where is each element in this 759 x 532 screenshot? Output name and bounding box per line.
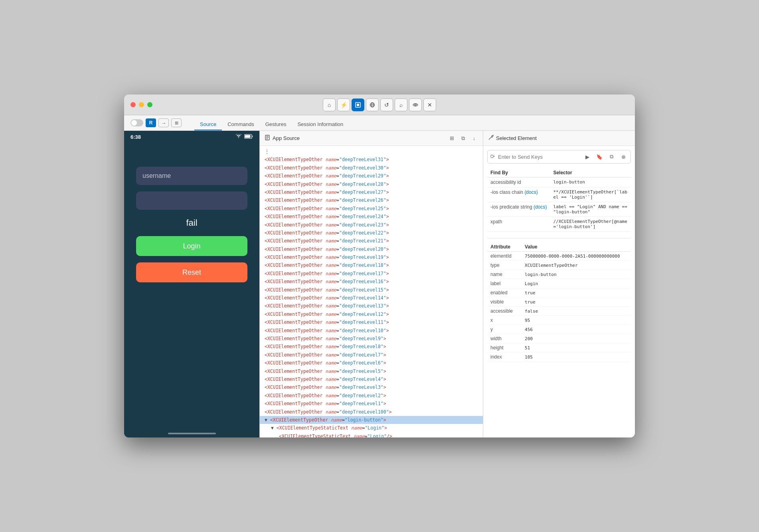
- xml-line[interactable]: <XCUIElementTypeOther name="deepTreeLeve…: [260, 383, 483, 391]
- xml-line[interactable]: <XCUIElementTypeOther name="deepTreeLeve…: [260, 261, 483, 269]
- attribute-header: Attribute: [487, 242, 522, 252]
- xml-line[interactable]: <XCUIElementTypeOther name="deepTreeLeve…: [260, 229, 483, 237]
- send-keys-bookmark[interactable]: 🔖: [595, 152, 604, 162]
- xml-line[interactable]: <XCUIElementTypeOther name="deepTreeLeve…: [260, 367, 483, 375]
- xml-line[interactable]: <XCUIElementTypeOther name="deepTreeLeve…: [260, 327, 483, 335]
- xml-line[interactable]: ⋮: [260, 148, 483, 156]
- xml-line[interactable]: <XCUIElementTypeOther name="deepTreeLeve…: [260, 294, 483, 302]
- tab-gestures[interactable]: Gestures: [260, 119, 292, 130]
- home-button[interactable]: ⌂: [323, 99, 336, 111]
- attr-value: 200: [522, 334, 631, 343]
- svg-point-12: [491, 155, 494, 158]
- minimize-button[interactable]: [139, 102, 144, 107]
- tab-session-info[interactable]: Session Information: [292, 119, 349, 130]
- find-by-row: -ios class chain (docs) **/XCUIElementTy…: [487, 187, 631, 202]
- tab-commands[interactable]: Commands: [222, 119, 259, 130]
- attribute-row: name login-button: [487, 270, 631, 279]
- toolbar: ⌂ ⚡ ↺ ⌕ ✕: [323, 99, 436, 111]
- reset-button[interactable]: Reset: [136, 262, 247, 282]
- xml-line[interactable]: <XCUIElementTypeOther name="deepTreeLeve…: [260, 318, 483, 326]
- traffic-lights: [130, 102, 152, 107]
- xml-line[interactable]: <XCUIElementTypeOther name="deepTreeLeve…: [260, 343, 483, 351]
- attr-name: type: [487, 261, 522, 270]
- xml-line[interactable]: <XCUIElementTypeOther name="deepTreeLeve…: [260, 213, 483, 221]
- close-x-button[interactable]: ✕: [423, 99, 436, 111]
- xml-line[interactable]: <XCUIElementTypeOther name="deepTreeLeve…: [260, 359, 483, 367]
- send-keys-submit[interactable]: ▶: [583, 152, 592, 162]
- source-header: App Source ⊞ ⧉ ↓: [260, 131, 483, 146]
- xml-line[interactable]: <XCUIElementTypeOther name="deepTreeLeve…: [260, 164, 483, 172]
- attr-value: login-button: [522, 270, 631, 279]
- eye-button[interactable]: [409, 99, 422, 111]
- refresh-button[interactable]: ↺: [380, 99, 393, 111]
- xml-line[interactable]: <XCUIElementTypeOther name="deepTreeLeve…: [260, 310, 483, 318]
- toolbar-arrow-button[interactable]: →: [158, 118, 169, 127]
- xml-line[interactable]: <XCUIElementTypeOther name="deepTreeLeve…: [260, 278, 483, 286]
- phone-simulator: 6:38 username fail: [124, 131, 260, 437]
- tab-source[interactable]: Source: [194, 119, 222, 130]
- toggle-switch[interactable]: [130, 119, 143, 126]
- xml-line[interactable]: <XCUIElementTypeOther name="deepTreeLeve…: [260, 205, 483, 213]
- source-expand-btn[interactable]: ⊞: [448, 134, 456, 142]
- attribute-row: elementId 75000000-0000-0000-2A51-000000…: [487, 252, 631, 261]
- attr-value: XCUIElementTypeOther: [522, 261, 631, 270]
- xml-line[interactable]: <XCUIElementTypeOther name="deepTreeLeve…: [260, 408, 483, 416]
- home-indicator: [168, 433, 216, 434]
- find-by-label: xpath: [487, 217, 550, 232]
- xml-line[interactable]: <XCUIElementTypeOther name="deepTreeLeve…: [260, 237, 483, 245]
- send-keys-row[interactable]: ▶ 🔖 ⧉ ⊗: [487, 150, 631, 164]
- attr-value: 456: [522, 325, 631, 334]
- attribute-row: index 105: [487, 353, 631, 362]
- xml-line[interactable]: <XCUIElementTypeOther name="deepTreeLeve…: [260, 156, 483, 164]
- globe-button[interactable]: [366, 99, 379, 111]
- close-button[interactable]: [130, 102, 136, 107]
- xml-line-selected[interactable]: ▼ <XCUIElementTypeOther name="login-butt…: [260, 416, 483, 424]
- xml-line[interactable]: <XCUIElementTypeOther name="deepTreeLeve…: [260, 375, 483, 383]
- nav-tabs: Source Commands Gestures Session Informa…: [188, 115, 635, 130]
- find-by-label: accessibility id: [487, 177, 550, 187]
- selector-value: //XCUIElementTypeOther[@name='login-butt…: [550, 217, 631, 232]
- find-by-table: Find By Selector accessibility id login-…: [487, 168, 631, 232]
- username-input-display[interactable]: username: [136, 167, 247, 185]
- password-input-display[interactable]: [136, 191, 247, 210]
- wand-icon: [488, 135, 494, 142]
- maximize-button[interactable]: [147, 102, 152, 107]
- phone-content: username fail Login Reset: [124, 143, 259, 430]
- xml-line[interactable]: <XCUIElementTypeOther name="deepTreeLeve…: [260, 180, 483, 188]
- xml-line[interactable]: <XCUIElementTypeOther name="deepTreeLeve…: [260, 245, 483, 253]
- xml-line[interactable]: <XCUIElementTypeOther name="deepTreeLeve…: [260, 172, 483, 180]
- xml-line[interactable]: <XCUIElementTypeStaticText name="Login"/…: [260, 432, 483, 437]
- xml-line[interactable]: <XCUIElementTypeOther name="deepTreeLeve…: [260, 196, 483, 204]
- send-keys-clear[interactable]: ⊗: [619, 152, 628, 162]
- toolbar-r-button[interactable]: R: [146, 118, 156, 127]
- selected-element-content: ▶ 🔖 ⧉ ⊗ Find By Selector ac: [483, 146, 635, 437]
- login-button[interactable]: Login: [136, 236, 247, 256]
- xml-line[interactable]: ▼ <XCUIElementTypeStaticText name="Login…: [260, 424, 483, 432]
- source-content[interactable]: ⋮ <XCUIElementTypeOther name="deepTreeLe…: [260, 146, 483, 437]
- inspector-button[interactable]: [352, 99, 364, 111]
- send-keys-input[interactable]: [498, 154, 580, 160]
- docs-link[interactable]: (docs): [524, 189, 538, 195]
- xml-line[interactable]: <XCUIElementTypeOther name="deepTreeLeve…: [260, 351, 483, 359]
- xml-line[interactable]: <XCUIElementTypeOther name="deepTreeLeve…: [260, 400, 483, 408]
- svg-rect-1: [357, 104, 359, 106]
- source-copy-btn[interactable]: ⧉: [459, 134, 467, 142]
- lightning-button[interactable]: ⚡: [337, 99, 350, 111]
- toolbar-grid-button[interactable]: ⊞: [171, 118, 182, 127]
- selected-element-panel: Selected Element ▶ 🔖 ⧉ ⊗: [483, 131, 635, 437]
- xml-line[interactable]: <XCUIElementTypeOther name="deepTreeLeve…: [260, 253, 483, 261]
- search-button[interactable]: ⌕: [395, 99, 407, 111]
- xml-line[interactable]: <XCUIElementTypeOther name="deepTreeLeve…: [260, 335, 483, 343]
- xml-line[interactable]: <XCUIElementTypeOther name="deepTreeLeve…: [260, 221, 483, 229]
- send-keys-copy[interactable]: ⧉: [607, 152, 616, 162]
- xml-line[interactable]: <XCUIElementTypeOther name="deepTreeLeve…: [260, 188, 483, 196]
- attribute-row: y 456: [487, 325, 631, 334]
- docs-link[interactable]: (docs): [534, 204, 547, 210]
- find-by-row: xpath //XCUIElementTypeOther[@name='logi…: [487, 217, 631, 232]
- source-download-btn[interactable]: ↓: [470, 134, 478, 142]
- xml-line[interactable]: <XCUIElementTypeOther name="deepTreeLeve…: [260, 392, 483, 400]
- attr-name: enabled: [487, 288, 522, 298]
- xml-line[interactable]: <XCUIElementTypeOther name="deepTreeLeve…: [260, 302, 483, 310]
- xml-line[interactable]: <XCUIElementTypeOther name="deepTreeLeve…: [260, 286, 483, 294]
- xml-line[interactable]: <XCUIElementTypeOther name="deepTreeLeve…: [260, 270, 483, 278]
